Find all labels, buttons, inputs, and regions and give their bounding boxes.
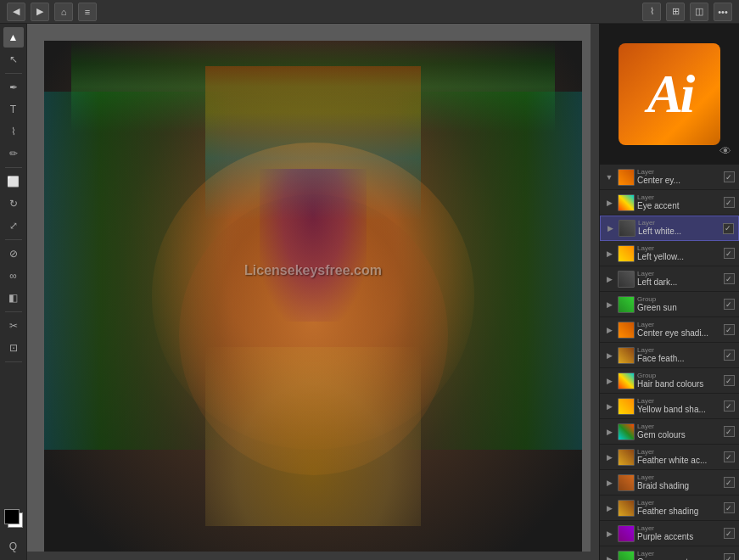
layer-expand-icon[interactable]: ▶ — [603, 426, 615, 438]
layer-info: LayerPurple accents — [637, 525, 722, 542]
layer-visibility-checkbox[interactable]: ✓ — [722, 425, 736, 439]
layer-expand-icon[interactable]: ▶ — [603, 528, 615, 540]
layer-item[interactable]: ▶LayerLeft yellow...✓ — [600, 241, 739, 266]
more-button[interactable]: ••• — [714, 3, 732, 21]
grid-button[interactable]: ⊞ — [666, 3, 685, 21]
layer-item[interactable]: ▶LayerGreen accents✓ — [600, 546, 739, 560]
rotate-tool[interactable]: ↻ — [3, 193, 24, 214]
layer-item[interactable]: ▶LayerCenter eye shadi...✓ — [600, 317, 739, 343]
pencil-tool[interactable]: ✏ — [3, 143, 24, 164]
direct-select-tool[interactable]: ↖ — [3, 49, 24, 70]
layer-visibility-checkbox[interactable]: ✓ — [722, 527, 736, 540]
layer-expand-icon[interactable]: ▶ — [603, 197, 615, 209]
layer-visibility-checkbox[interactable]: ✓ — [722, 374, 736, 388]
layer-expand-icon[interactable]: ▶ — [603, 400, 615, 412]
layer-expand-icon[interactable]: ▶ — [603, 350, 615, 361]
layer-item[interactable]: ▶LayerGem colours✓ — [600, 419, 739, 445]
home-button[interactable]: ⌂ — [54, 3, 73, 21]
layer-thumbnail — [618, 525, 635, 542]
layer-item[interactable]: ▶LayerYellow band sha...✓ — [600, 394, 739, 419]
layer-visibility-checkbox[interactable]: ✓ — [722, 400, 736, 413]
layer-expand-icon[interactable]: ▶ — [603, 502, 615, 514]
pen-tool[interactable]: ✒ — [3, 77, 24, 98]
layer-visibility-checkbox[interactable]: ✓ — [722, 171, 736, 184]
eyedropper-tool[interactable]: ⊘ — [3, 244, 24, 264]
layer-item[interactable]: ▶LayerBraid shading✓ — [600, 470, 739, 496]
layer-expand-icon[interactable]: ▶ — [603, 553, 615, 561]
layer-expand-icon[interactable]: ▶ — [603, 451, 615, 463]
layer-name-label: Feather white ac... — [637, 456, 722, 466]
type-tool[interactable]: T — [3, 99, 24, 120]
paintbrush-tool[interactable]: ⌇ — [3, 121, 24, 142]
layer-visibility-checkbox[interactable]: ✓ — [722, 272, 736, 286]
layer-expand-icon[interactable]: ▶ — [603, 273, 615, 285]
artboard-tool[interactable]: ⊡ — [3, 338, 24, 358]
layer-expand-icon[interactable]: ▼ — [603, 171, 615, 183]
layer-visibility-checkbox[interactable]: ✓ — [722, 552, 736, 561]
layer-name-label: Green accents — [637, 557, 722, 561]
layer-expand-icon[interactable]: ▶ — [603, 477, 615, 489]
layer-item[interactable]: ▶GroupHair band colours✓ — [600, 368, 739, 394]
checkbox-icon: ✓ — [724, 400, 735, 412]
layer-item[interactable]: ▶LayerEye accent✓ — [600, 190, 739, 216]
layer-item[interactable]: ▼LayerCenter ey...✓ — [600, 165, 739, 190]
layer-type-label: Layer — [637, 449, 722, 456]
layer-visibility-checkbox[interactable]: ✓ — [722, 323, 736, 337]
layer-name-label: Center ey... — [637, 176, 722, 186]
layers-button[interactable]: ◫ — [690, 3, 708, 21]
layer-visibility-checkbox[interactable]: ✓ — [722, 476, 736, 490]
layer-thumbnail — [618, 398, 635, 415]
layer-info: LayerYellow band sha... — [637, 398, 722, 415]
ai-logo-text: Ai — [647, 63, 691, 126]
vertical-scrollbar[interactable] — [591, 24, 599, 560]
layer-name-label: Eye accent — [637, 201, 722, 211]
eraser-tool[interactable]: ⬜ — [3, 171, 24, 192]
scale-tool[interactable]: ⤢ — [3, 216, 24, 236]
layer-visibility-checkbox[interactable]: ✓ — [722, 349, 736, 362]
layer-item[interactable]: ▶LayerFeather white ac...✓ — [600, 445, 739, 470]
horizontal-scrollbar[interactable] — [27, 552, 591, 560]
watermark: Licensekeysfree.com — [244, 263, 382, 278]
layer-thumbnail — [618, 296, 635, 313]
forward-button[interactable]: ▶ — [31, 3, 49, 21]
foreground-color-box[interactable] — [4, 509, 20, 524]
layer-thumbnail — [618, 449, 635, 466]
layer-visibility-checkbox[interactable]: ✓ — [722, 451, 736, 464]
layer-expand-icon[interactable]: ▶ — [604, 222, 616, 234]
tool-separator-5 — [5, 361, 22, 362]
blend-tool[interactable]: ∞ — [3, 266, 24, 286]
back-button[interactable]: ◀ — [7, 3, 25, 21]
layer-item[interactable]: ▶LayerFace feath...✓ — [600, 343, 739, 368]
layer-item[interactable]: ▶LayerFeather shading✓ — [600, 496, 739, 521]
layer-visibility-checkbox[interactable]: ✓ — [722, 196, 736, 210]
layer-item[interactable]: ▶LayerPurple accents✓ — [600, 521, 739, 546]
layer-expand-icon[interactable]: ▶ — [603, 248, 615, 260]
layer-expand-icon[interactable]: ▶ — [603, 324, 615, 336]
canvas-area[interactable]: Licensekeysfree.com — [27, 24, 599, 560]
layer-name-label: Hair band colours — [637, 379, 722, 389]
layer-thumbnail — [618, 372, 635, 389]
layer-expand-icon[interactable]: ▶ — [603, 375, 615, 387]
scissors-tool[interactable]: ✂ — [3, 316, 24, 336]
select-tool[interactable]: ▲ — [3, 27, 24, 48]
layer-name-label: Left yellow... — [637, 252, 722, 262]
layer-expand-icon[interactable]: ▶ — [603, 299, 615, 311]
checkbox-icon: ✓ — [724, 528, 735, 539]
layer-visibility-checkbox[interactable]: ✓ — [722, 501, 736, 515]
layers-panel[interactable]: ▼LayerCenter ey...✓▶LayerEye accent✓▶Lay… — [600, 165, 739, 560]
zoom-tool[interactable]: Q — [3, 536, 24, 557]
checkbox-icon: ✓ — [724, 248, 735, 259]
ai-logo-box: Ai — [619, 43, 720, 145]
layer-item[interactable]: ▶LayerLeft dark...✓ — [600, 266, 739, 292]
layer-visibility-checkbox[interactable]: ✓ — [722, 247, 736, 260]
layer-item[interactable]: ▶LayerLeft white...✓ — [600, 216, 739, 241]
layer-item[interactable]: ▶GroupGreen sun✓ — [600, 292, 739, 317]
layer-visibility-checkbox[interactable]: ✓ — [722, 298, 736, 311]
gold-details-layer — [205, 347, 421, 526]
menu-button[interactable]: ≡ — [78, 3, 97, 21]
layer-visibility-checkbox[interactable]: ✓ — [721, 221, 735, 235]
checkbox-icon: ✓ — [724, 451, 735, 462]
gradient-tool[interactable]: ◧ — [3, 288, 24, 308]
eye-icon[interactable]: 👁 — [717, 143, 734, 160]
brush-button[interactable]: ⌇ — [642, 3, 661, 21]
